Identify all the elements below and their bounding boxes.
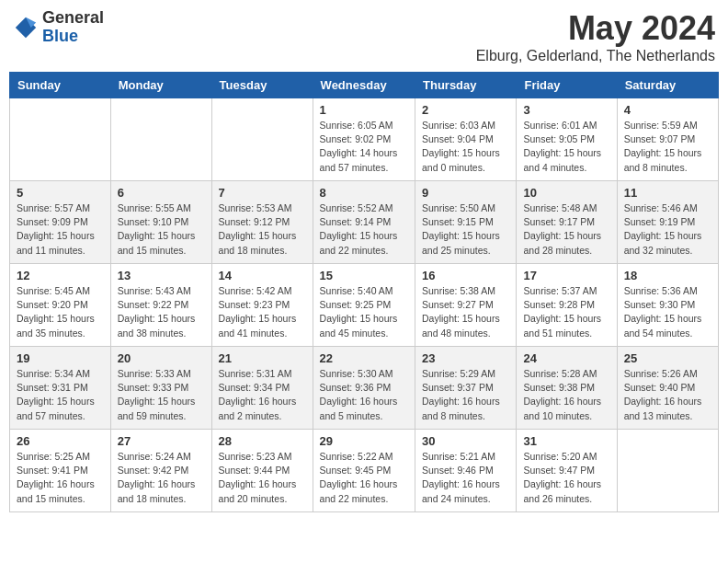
calendar-cell: 4Sunrise: 5:59 AM Sunset: 9:07 PM Daylig… — [617, 98, 718, 181]
calendar-cell: 18Sunrise: 5:36 AM Sunset: 9:30 PM Dayli… — [617, 264, 718, 347]
logo-blue: Blue — [42, 28, 104, 46]
day-number: 2 — [422, 103, 509, 117]
day-number: 14 — [219, 269, 306, 282]
calendar-cell: 1Sunrise: 6:05 AM Sunset: 9:02 PM Daylig… — [313, 98, 415, 181]
day-info: Sunrise: 6:05 AM Sunset: 9:02 PM Dayligh… — [320, 119, 408, 175]
day-info: Sunrise: 5:53 AM Sunset: 9:12 PM Dayligh… — [219, 201, 306, 258]
day-info: Sunrise: 5:38 AM Sunset: 9:27 PM Dayligh… — [422, 284, 509, 340]
calendar-cell — [617, 430, 718, 512]
title-block: May 2024 Elburg, Gelderland, The Netherl… — [476, 9, 715, 64]
calendar-week-row: 19Sunrise: 5:34 AM Sunset: 9:31 PM Dayli… — [10, 347, 719, 430]
day-info: Sunrise: 5:34 AM Sunset: 9:31 PM Dayligh… — [17, 367, 104, 423]
calendar-cell: 24Sunrise: 5:28 AM Sunset: 9:38 PM Dayli… — [517, 347, 617, 430]
calendar-cell — [211, 98, 313, 181]
day-info: Sunrise: 5:57 AM Sunset: 9:09 PM Dayligh… — [17, 201, 104, 258]
calendar-cell: 13Sunrise: 5:43 AM Sunset: 9:22 PM Dayli… — [110, 264, 211, 347]
calendar-cell: 20Sunrise: 5:33 AM Sunset: 9:33 PM Dayli… — [110, 347, 211, 430]
day-info: Sunrise: 5:26 AM Sunset: 9:40 PM Dayligh… — [624, 367, 711, 423]
calendar-cell: 14Sunrise: 5:42 AM Sunset: 9:23 PM Dayli… — [211, 264, 313, 347]
calendar-cell: 15Sunrise: 5:40 AM Sunset: 9:25 PM Dayli… — [313, 264, 415, 347]
calendar-cell: 5Sunrise: 5:57 AM Sunset: 9:09 PM Daylig… — [10, 181, 111, 264]
month-title: May 2024 — [476, 9, 715, 48]
calendar-cell: 17Sunrise: 5:37 AM Sunset: 9:28 PM Dayli… — [517, 264, 617, 347]
location-subtitle: Elburg, Gelderland, The Netherlands — [476, 48, 715, 64]
calendar-cell: 6Sunrise: 5:55 AM Sunset: 9:10 PM Daylig… — [110, 181, 211, 264]
calendar-cell: 12Sunrise: 5:45 AM Sunset: 9:20 PM Dayli… — [10, 264, 111, 347]
col-header-monday: Monday — [110, 73, 211, 98]
day-number: 27 — [118, 434, 205, 448]
calendar-table: SundayMondayTuesdayWednesdayThursdayFrid… — [9, 72, 719, 512]
day-info: Sunrise: 6:03 AM Sunset: 9:04 PM Dayligh… — [422, 119, 509, 175]
calendar-cell: 30Sunrise: 5:21 AM Sunset: 9:46 PM Dayli… — [415, 430, 517, 512]
col-header-wednesday: Wednesday — [313, 73, 415, 98]
day-number: 7 — [219, 186, 306, 200]
day-info: Sunrise: 5:31 AM Sunset: 9:34 PM Dayligh… — [219, 367, 306, 423]
day-info: Sunrise: 5:59 AM Sunset: 9:07 PM Dayligh… — [624, 119, 711, 175]
day-number: 13 — [118, 269, 205, 282]
day-info: Sunrise: 5:37 AM Sunset: 9:28 PM Dayligh… — [523, 284, 609, 340]
calendar-cell: 7Sunrise: 5:53 AM Sunset: 9:12 PM Daylig… — [211, 181, 313, 264]
day-number: 6 — [118, 186, 205, 200]
calendar-cell: 31Sunrise: 5:20 AM Sunset: 9:47 PM Dayli… — [517, 430, 617, 512]
col-header-friday: Friday — [517, 73, 617, 98]
day-info: Sunrise: 5:43 AM Sunset: 9:22 PM Dayligh… — [118, 284, 205, 340]
calendar-week-row: 1Sunrise: 6:05 AM Sunset: 9:02 PM Daylig… — [10, 98, 719, 181]
day-number: 24 — [523, 351, 609, 365]
logo-general: General — [42, 9, 104, 28]
day-info: Sunrise: 5:22 AM Sunset: 9:45 PM Dayligh… — [320, 450, 408, 506]
day-number: 19 — [17, 351, 104, 365]
day-number: 5 — [17, 186, 104, 200]
day-info: Sunrise: 5:36 AM Sunset: 9:30 PM Dayligh… — [624, 284, 711, 340]
calendar-cell: 28Sunrise: 5:23 AM Sunset: 9:44 PM Dayli… — [211, 430, 313, 512]
calendar-cell: 11Sunrise: 5:46 AM Sunset: 9:19 PM Dayli… — [617, 181, 718, 264]
calendar-cell: 10Sunrise: 5:48 AM Sunset: 9:17 PM Dayli… — [517, 181, 617, 264]
day-number: 16 — [422, 269, 509, 282]
day-number: 3 — [523, 103, 609, 117]
day-number: 18 — [624, 269, 711, 282]
logo: General Blue — [13, 9, 104, 46]
calendar-cell: 16Sunrise: 5:38 AM Sunset: 9:27 PM Dayli… — [415, 264, 517, 347]
day-info: Sunrise: 5:24 AM Sunset: 9:42 PM Dayligh… — [118, 450, 205, 506]
day-number: 11 — [624, 186, 711, 200]
day-number: 31 — [523, 434, 609, 448]
calendar-cell: 9Sunrise: 5:50 AM Sunset: 9:15 PM Daylig… — [415, 181, 517, 264]
calendar-cell: 25Sunrise: 5:26 AM Sunset: 9:40 PM Dayli… — [617, 347, 718, 430]
calendar-cell: 27Sunrise: 5:24 AM Sunset: 9:42 PM Dayli… — [110, 430, 211, 512]
calendar-cell: 3Sunrise: 6:01 AM Sunset: 9:05 PM Daylig… — [517, 98, 617, 181]
col-header-thursday: Thursday — [415, 73, 517, 98]
day-number: 10 — [523, 186, 609, 200]
day-info: Sunrise: 5:33 AM Sunset: 9:33 PM Dayligh… — [118, 367, 205, 423]
day-info: Sunrise: 5:21 AM Sunset: 9:46 PM Dayligh… — [422, 450, 509, 506]
day-info: Sunrise: 6:01 AM Sunset: 9:05 PM Dayligh… — [523, 119, 609, 175]
calendar-cell — [110, 98, 211, 181]
day-info: Sunrise: 5:40 AM Sunset: 9:25 PM Dayligh… — [320, 284, 408, 340]
day-info: Sunrise: 5:28 AM Sunset: 9:38 PM Dayligh… — [523, 367, 609, 423]
day-info: Sunrise: 5:48 AM Sunset: 9:17 PM Dayligh… — [523, 201, 609, 258]
day-info: Sunrise: 5:23 AM Sunset: 9:44 PM Dayligh… — [219, 450, 306, 506]
svg-marker-0 — [16, 17, 36, 38]
day-number: 9 — [422, 186, 509, 200]
calendar-week-row: 5Sunrise: 5:57 AM Sunset: 9:09 PM Daylig… — [10, 181, 719, 264]
calendar-cell — [10, 98, 111, 181]
calendar-header-row: SundayMondayTuesdayWednesdayThursdayFrid… — [10, 73, 719, 98]
calendar-cell: 19Sunrise: 5:34 AM Sunset: 9:31 PM Dayli… — [10, 347, 111, 430]
logo-icon — [13, 15, 39, 40]
day-number: 30 — [422, 434, 509, 448]
calendar-cell: 26Sunrise: 5:25 AM Sunset: 9:41 PM Dayli… — [10, 430, 111, 512]
day-number: 22 — [320, 351, 408, 365]
day-number: 25 — [624, 351, 711, 365]
day-number: 28 — [219, 434, 306, 448]
col-header-tuesday: Tuesday — [211, 73, 313, 98]
day-info: Sunrise: 5:20 AM Sunset: 9:47 PM Dayligh… — [523, 450, 609, 506]
day-number: 1 — [320, 103, 408, 117]
col-header-saturday: Saturday — [617, 73, 718, 98]
calendar-week-row: 12Sunrise: 5:45 AM Sunset: 9:20 PM Dayli… — [10, 264, 719, 347]
calendar-cell: 8Sunrise: 5:52 AM Sunset: 9:14 PM Daylig… — [313, 181, 415, 264]
calendar-cell: 21Sunrise: 5:31 AM Sunset: 9:34 PM Dayli… — [211, 347, 313, 430]
page-header: General Blue May 2024 Elburg, Gelderland… — [9, 9, 719, 64]
day-info: Sunrise: 5:42 AM Sunset: 9:23 PM Dayligh… — [219, 284, 306, 340]
day-number: 29 — [320, 434, 408, 448]
calendar-cell: 22Sunrise: 5:30 AM Sunset: 9:36 PM Dayli… — [313, 347, 415, 430]
day-number: 17 — [523, 269, 609, 282]
day-info: Sunrise: 5:25 AM Sunset: 9:41 PM Dayligh… — [17, 450, 104, 506]
